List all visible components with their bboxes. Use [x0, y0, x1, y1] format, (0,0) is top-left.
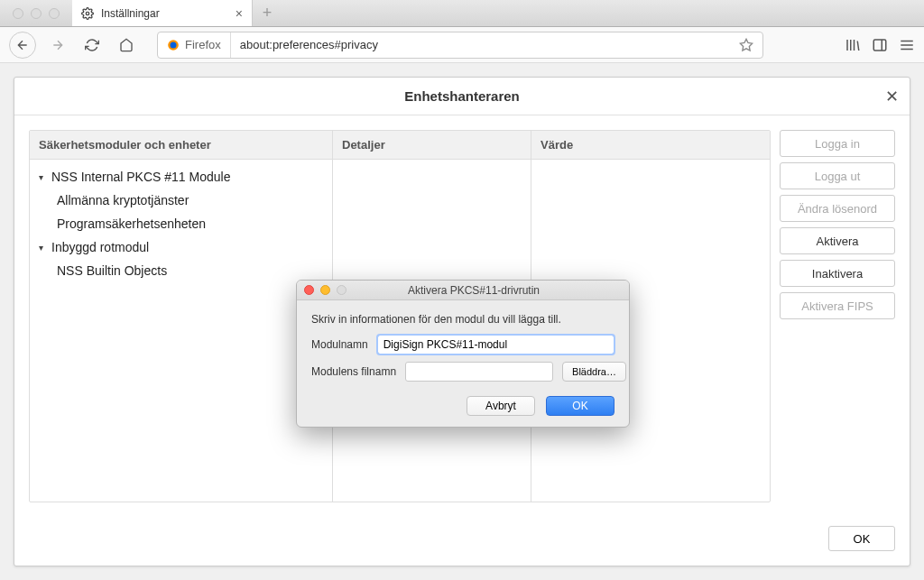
- details-column-header: Detaljer: [333, 131, 531, 160]
- tree-item-builtin-objects[interactable]: NSS Builtin Objects: [30, 259, 332, 282]
- module-file-label: Modulens filnamn: [311, 365, 396, 378]
- dialog-footer: OK: [14, 517, 910, 566]
- new-tab-button[interactable]: +: [253, 0, 282, 26]
- forward-button[interactable]: [45, 32, 70, 58]
- close-icon[interactable]: ×: [236, 6, 243, 21]
- modal-zoom-dot: [337, 285, 346, 295]
- tree-label: NSS Internal PKCS #11 Module: [51, 170, 230, 184]
- modal-body: Skriv in informationen för den modul du …: [297, 300, 629, 427]
- sidebar-icon[interactable]: [872, 37, 888, 53]
- url-bar[interactable]: Firefox about:preferences#privacy: [157, 32, 763, 59]
- action-buttons: Logga in Logga ut Ändra lösenord Aktiver…: [780, 130, 895, 502]
- modules-column: Säkerhetsmoduler och enheter ▾ NSS Inter…: [30, 131, 333, 502]
- window-chrome: Inställningar × +: [0, 0, 924, 27]
- logout-button[interactable]: Logga ut: [780, 162, 895, 189]
- svg-rect-4: [873, 40, 886, 51]
- content-area: Enhetshanteraren ✕ Säkerhetsmoduler och …: [0, 63, 924, 580]
- dialog-title: Enhetshanteraren: [404, 88, 520, 104]
- module-name-row: Modulnamn: [311, 335, 614, 354]
- tree-module-builtin-root[interactable]: ▾ Inbyggd rotmodul: [30, 235, 332, 259]
- home-button[interactable]: [114, 32, 139, 58]
- module-name-label: Modulnamn: [311, 338, 368, 351]
- tree-label: NSS Builtin Objects: [57, 263, 167, 278]
- svg-point-2: [171, 41, 177, 48]
- modal-title: Aktivera PKCS#11-drivrutin: [353, 284, 595, 297]
- svg-marker-3: [740, 39, 752, 51]
- svg-point-0: [86, 12, 89, 15]
- window-minimize-dot[interactable]: [31, 8, 42, 19]
- site-identity[interactable]: Firefox: [158, 32, 231, 58]
- gear-icon: [81, 7, 94, 20]
- menu-icon[interactable]: [899, 37, 915, 53]
- url-text: about:preferences#privacy: [231, 38, 730, 51]
- load-button[interactable]: Aktivera: [780, 227, 895, 254]
- enable-fips-button[interactable]: Aktivera FIPS: [780, 292, 895, 319]
- tab-title: Inställningar: [101, 7, 160, 20]
- ok-button[interactable]: OK: [828, 526, 895, 551]
- back-button[interactable]: [9, 32, 36, 59]
- module-file-input[interactable]: [405, 362, 553, 382]
- window-close-dot[interactable]: [13, 8, 23, 19]
- chevron-down-icon: ▾: [39, 243, 48, 253]
- modal-instruction: Skriv in informationen för den modul du …: [311, 313, 614, 326]
- modal-footer: Avbryt OK: [311, 389, 614, 416]
- module-file-row: Modulens filnamn Bläddra…: [311, 362, 614, 382]
- toolbar-right-controls: [845, 37, 915, 53]
- window-zoom-dot[interactable]: [49, 8, 60, 19]
- macos-window-controls: [0, 8, 72, 19]
- tree-label: Programsäkerhetsenheten: [57, 216, 206, 231]
- value-column-header: Värde: [531, 131, 770, 160]
- modal-minimize-dot[interactable]: [320, 285, 330, 295]
- tab-bar: Inställningar × +: [72, 0, 282, 26]
- browse-button[interactable]: Bläddra…: [562, 362, 626, 382]
- firefox-icon: [167, 39, 180, 51]
- tree-label: Allmänna kryptotjänster: [57, 193, 189, 207]
- library-icon[interactable]: [845, 37, 861, 53]
- tree-item-crypto-services[interactable]: Allmänna kryptotjänster: [30, 189, 332, 212]
- unload-button[interactable]: Inaktivera: [780, 260, 895, 287]
- dialog-header: Enhetshanteraren ✕: [14, 78, 910, 115]
- modules-column-header: Säkerhetsmoduler och enheter: [30, 131, 332, 160]
- ok-button[interactable]: OK: [546, 396, 614, 416]
- modal-titlebar: Aktivera PKCS#11-drivrutin: [297, 281, 629, 300]
- browser-tab-settings[interactable]: Inställningar ×: [72, 0, 253, 26]
- modal-close-dot[interactable]: [304, 285, 314, 295]
- cancel-button[interactable]: Avbryt: [467, 396, 535, 416]
- bookmark-star-icon[interactable]: [730, 38, 762, 52]
- tree-module-nss-internal[interactable]: ▾ NSS Internal PKCS #11 Module: [30, 165, 332, 189]
- close-icon[interactable]: ✕: [885, 87, 899, 106]
- change-password-button[interactable]: Ändra lösenord: [780, 195, 895, 222]
- identity-label: Firefox: [185, 38, 221, 51]
- browser-toolbar: Firefox about:preferences#privacy: [0, 27, 924, 63]
- reload-button[interactable]: [79, 32, 105, 58]
- load-pkcs11-modal: Aktivera PKCS#11-drivrutin Skriv in info…: [296, 280, 630, 428]
- tree-item-software-security-device[interactable]: Programsäkerhetsenheten: [30, 212, 332, 235]
- login-button[interactable]: Logga in: [780, 130, 895, 157]
- modules-tree: ▾ NSS Internal PKCS #11 Module Allmänna …: [30, 160, 332, 502]
- chevron-down-icon: ▾: [39, 172, 48, 182]
- tree-label: Inbyggd rotmodul: [51, 240, 149, 254]
- module-name-input[interactable]: [377, 335, 614, 354]
